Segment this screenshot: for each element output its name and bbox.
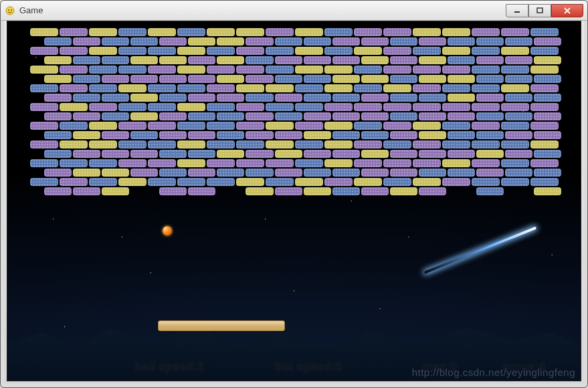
close-button[interactable] [551,4,583,17]
brick [501,122,529,130]
brick [324,159,353,167]
brick [530,159,559,167]
brick [118,122,146,130]
brick [102,75,129,83]
brick [354,84,382,92]
brick [501,103,529,111]
brick [44,94,72,102]
brick [118,47,146,55]
brick [505,169,532,177]
brick [148,159,176,167]
brick [102,94,129,102]
brick [73,56,100,64]
brick [118,84,146,92]
brick [419,37,446,45]
brick-row [30,178,561,186]
paddle[interactable] [158,320,285,331]
brick [207,66,235,74]
brick [148,84,176,92]
brick [30,84,58,92]
brick-row [44,112,561,120]
brick [472,103,500,111]
brick-row [30,84,561,92]
brick [159,187,187,195]
brick [188,75,215,83]
brick-row [30,103,561,111]
brick [102,131,129,139]
brick [89,66,117,74]
brick [89,103,117,111]
brick [442,122,470,130]
brick [534,75,561,83]
brick [390,112,417,120]
brick [476,37,504,45]
game-canvas[interactable]: ball speed:2 bat speed:6 max:0 scroe:4 h… [7,21,581,381]
brick [102,187,129,195]
brick [266,140,294,149]
brick [354,28,382,36]
brick [236,122,264,130]
brick [501,28,529,36]
brick [448,94,475,102]
brick [73,112,100,120]
brick [275,37,302,45]
brick [60,159,88,167]
brick [476,75,504,83]
svg-rect-4 [537,8,543,13]
brick [442,140,470,149]
brick-wall [30,28,561,197]
brick [188,112,215,120]
brick [44,187,72,195]
brick [217,75,244,83]
minimize-button[interactable] [506,4,528,17]
brick [159,150,187,158]
brick [148,178,176,186]
brick [266,28,294,36]
brick [177,103,205,111]
brick [383,103,411,111]
brick [159,75,187,83]
brick [472,84,500,92]
brick [530,178,559,186]
brick [148,103,176,111]
brick [304,75,331,83]
brick [390,37,417,45]
brick [188,131,215,139]
brick [324,103,353,111]
brick [413,140,441,149]
brick [236,84,264,92]
brick [304,150,331,158]
brick [324,140,353,149]
brick [246,112,273,120]
brick [534,187,561,195]
brick [207,103,235,111]
brick [30,140,58,149]
brick [30,159,58,167]
brick [60,122,88,130]
titlebar[interactable]: Game [1,1,587,21]
brick [505,37,532,45]
brick [332,131,360,139]
brick [207,178,235,186]
brick [102,150,129,158]
brick [419,150,446,158]
brick [304,56,331,64]
brick [188,187,215,195]
brick [73,94,100,102]
brick [419,169,446,177]
brick [89,178,117,186]
ball [163,226,172,235]
maximize-button[interactable] [528,4,551,17]
brick [246,131,273,139]
brick [501,140,529,149]
brick [246,187,273,195]
brick [419,112,446,120]
brick [207,28,235,36]
brick [89,47,117,55]
brick [332,56,360,64]
brick-row [44,169,561,177]
brick [419,187,446,195]
brick [89,28,117,36]
brick [118,178,146,186]
brick [44,37,72,45]
